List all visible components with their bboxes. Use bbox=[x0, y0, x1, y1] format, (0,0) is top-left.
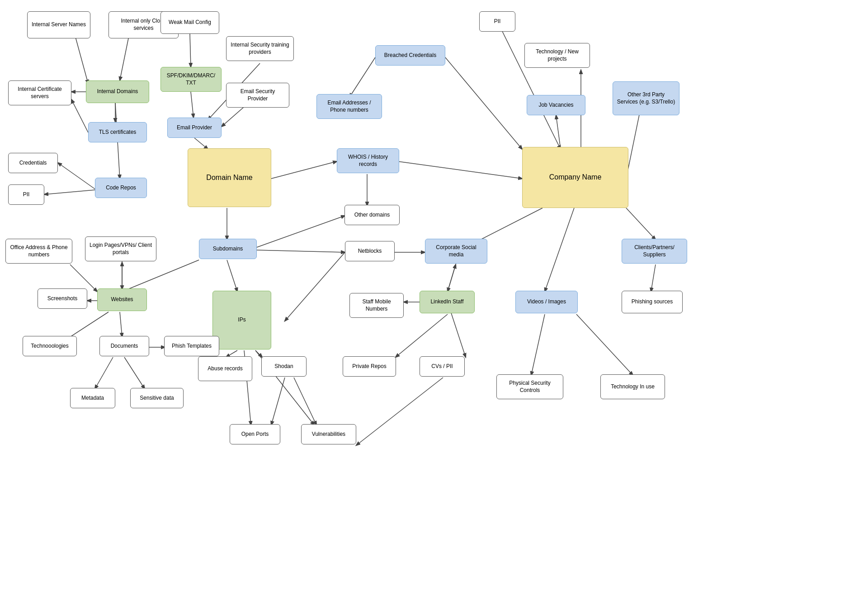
node-websites: Websites bbox=[97, 288, 147, 311]
node-internal-certificate-servers: Internal Certificate servers bbox=[8, 80, 71, 105]
node-sensitive-data: Sensitive data bbox=[130, 388, 184, 408]
node-shodan: Shodan bbox=[261, 356, 307, 377]
svg-line-0 bbox=[75, 34, 88, 84]
svg-line-7 bbox=[194, 138, 208, 149]
node-cvs-pii: CVs / PII bbox=[420, 356, 465, 377]
svg-line-40 bbox=[445, 57, 522, 149]
node-vulnerabilities: Vulnerabilities bbox=[301, 424, 356, 444]
svg-line-25 bbox=[124, 357, 145, 389]
svg-line-1 bbox=[120, 36, 129, 80]
node-abuse-records: Abuse records bbox=[198, 356, 252, 381]
node-ips: IPs bbox=[212, 291, 271, 349]
svg-line-12 bbox=[122, 260, 199, 292]
svg-line-35 bbox=[545, 208, 574, 292]
node-technology-new-projects: Technology / New projects bbox=[524, 43, 590, 68]
svg-line-42 bbox=[285, 252, 345, 321]
node-credentials: Credentials bbox=[8, 153, 58, 173]
node-phish-templates: Phish Templates bbox=[164, 336, 219, 356]
svg-line-46 bbox=[448, 264, 456, 292]
svg-line-26 bbox=[58, 163, 95, 189]
node-email-addresses-phone: Email Addresses / Phone numbers bbox=[316, 94, 382, 119]
svg-line-5 bbox=[190, 34, 191, 67]
svg-line-27 bbox=[44, 190, 95, 194]
node-breached-credentials: Breached Credentials bbox=[375, 45, 445, 66]
node-pii-top: PII bbox=[479, 11, 515, 32]
node-weak-mail-config: Weak Mail Config bbox=[160, 11, 219, 34]
node-spf-dkim: SPF/DKIM/DMARC/ TXT bbox=[160, 67, 222, 92]
svg-line-14 bbox=[255, 216, 345, 248]
node-technology-in-use: Technology In use bbox=[600, 374, 665, 399]
svg-line-39 bbox=[349, 57, 375, 97]
svg-line-11 bbox=[227, 260, 237, 292]
node-phishing-sources: Phishing sources bbox=[622, 291, 683, 313]
node-email-security-provider: Email Security Provider bbox=[226, 83, 289, 108]
svg-line-49 bbox=[576, 314, 633, 375]
svg-line-51 bbox=[356, 378, 443, 445]
node-private-repos: Private Repos bbox=[343, 356, 396, 377]
svg-line-55 bbox=[294, 378, 316, 425]
node-subdomains: Subdomains bbox=[199, 239, 257, 259]
svg-line-29 bbox=[271, 161, 337, 179]
node-metadata: Metadata bbox=[70, 388, 115, 408]
node-videos-images: Videos / Images bbox=[515, 291, 578, 313]
node-technologies: Technooologies bbox=[23, 336, 77, 356]
node-other-domains: Other domains bbox=[344, 205, 400, 225]
svg-line-24 bbox=[95, 357, 113, 389]
svg-line-53 bbox=[70, 264, 97, 292]
node-company-name: Company Name bbox=[522, 147, 628, 208]
node-open-ports: Open Ports bbox=[230, 424, 280, 444]
node-job-vacancies: Job Vacancies bbox=[527, 95, 585, 115]
node-pii-left: PII bbox=[8, 184, 44, 205]
node-staff-mobile: Staff Mobile Numbers bbox=[349, 293, 404, 318]
svg-line-54 bbox=[271, 378, 285, 425]
svg-line-50 bbox=[651, 264, 656, 292]
node-other-3rd-party: Other 3rd Party Services (e.g. S3/Trello… bbox=[613, 81, 679, 115]
svg-line-28 bbox=[71, 99, 88, 132]
node-internal-server-names: Internal Server Names bbox=[27, 11, 90, 38]
node-internal-security-training: Internal Security training providers bbox=[226, 36, 294, 61]
node-whois-history: WHOIS / History records bbox=[337, 148, 399, 173]
diagram-container: Internal Server Names Internal only Clou… bbox=[0, 0, 868, 595]
node-physical-security: Physical Security Controls bbox=[496, 374, 563, 399]
svg-line-44 bbox=[396, 314, 448, 357]
svg-line-47 bbox=[448, 264, 456, 292]
svg-line-22 bbox=[120, 312, 122, 337]
svg-line-38 bbox=[497, 21, 561, 149]
node-netblocks: Netblocks bbox=[345, 241, 395, 261]
svg-line-36 bbox=[626, 208, 656, 240]
node-screenshots: Screenshots bbox=[38, 288, 87, 309]
node-linkedin-staff: LinkedIn Staff bbox=[420, 291, 475, 313]
node-login-pages-vpns: Login Pages/VPNs/ Client portals bbox=[85, 236, 156, 261]
node-corporate-social-media: Corporate Social media bbox=[425, 239, 487, 264]
node-clients-partners: Clients/Partners/ Suppliers bbox=[622, 239, 687, 264]
node-code-repos: Code Repos bbox=[95, 178, 147, 198]
node-domain-name: Domain Name bbox=[188, 148, 271, 207]
node-tls-certificates: TLS certificates bbox=[88, 122, 147, 142]
node-internal-domains: Internal Domains bbox=[86, 80, 149, 103]
node-office-address-phone: Office Address & Phone numbers bbox=[5, 239, 72, 264]
node-email-provider: Email Provider bbox=[167, 118, 222, 138]
svg-line-6 bbox=[191, 92, 193, 118]
svg-line-16 bbox=[255, 350, 262, 357]
svg-line-32 bbox=[556, 115, 561, 149]
svg-line-13 bbox=[255, 250, 345, 252]
svg-line-31 bbox=[398, 161, 522, 179]
svg-line-48 bbox=[531, 314, 545, 375]
node-documents: Documents bbox=[99, 336, 149, 356]
